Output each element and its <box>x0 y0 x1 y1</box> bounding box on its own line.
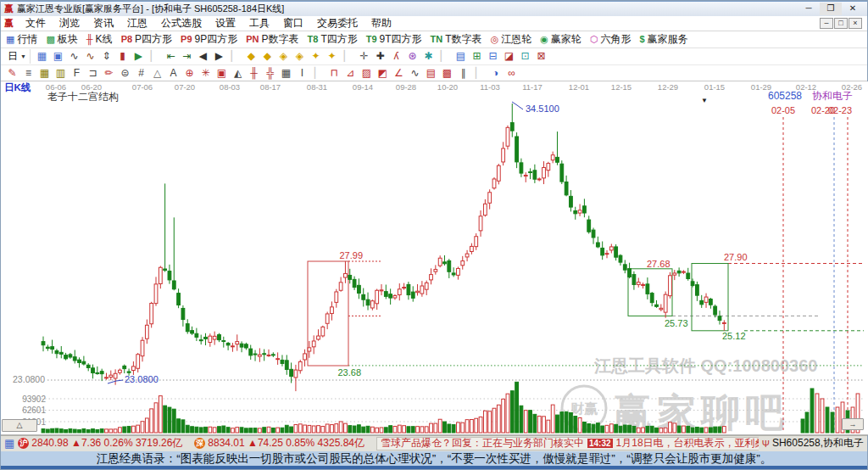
chart-toolbar-icon[interactable]: ⊛ <box>404 48 420 64</box>
mdi-restore-button[interactable]: □ <box>834 18 848 29</box>
drawing-toolbar-icon[interactable]: F <box>69 65 85 81</box>
chart-toolbar-icon[interactable]: ▏ <box>227 48 243 64</box>
feature-toolbar-button[interactable]: P8 P四方形 <box>121 32 172 47</box>
drawing-toolbar-icon[interactable]: ▣ <box>214 65 230 81</box>
drawing-toolbar-icon[interactable]: ▨ <box>359 65 375 81</box>
chart-toolbar-icon[interactable]: ✚ <box>372 48 388 64</box>
chart-toolbar-icon[interactable]: ⇤ <box>163 48 179 64</box>
menu-item[interactable]: 资讯 <box>86 16 120 31</box>
menu-item[interactable]: 帮助 <box>364 16 398 31</box>
chart-toolbar-icon[interactable]: ▣ <box>50 48 66 64</box>
drawing-toolbar-icon[interactable]: ≡ <box>20 65 36 81</box>
chart-toolbar-icon[interactable]: ✱ <box>420 48 437 64</box>
drawing-toolbar-icon[interactable]: ∿ <box>407 65 423 81</box>
drawing-toolbar-icon[interactable]: ╬ <box>262 65 278 81</box>
feature-toolbar-button[interactable]: TN T数字表 <box>431 32 482 47</box>
chart-toolbar-icon[interactable]: ▏ <box>147 48 163 64</box>
menu-item[interactable]: 设置 <box>209 16 242 31</box>
drawing-toolbar-icon[interactable]: ✳ <box>198 65 214 81</box>
feature-toolbar-button[interactable]: ▦ 行情 <box>6 32 37 47</box>
feature-toolbar-button[interactable]: P9 9P四方形 <box>181 32 237 47</box>
chart-toolbar-icon[interactable]: ▤ <box>453 48 469 64</box>
drawing-toolbar-icon[interactable]: ∞ <box>504 65 520 81</box>
chart-toolbar-icon[interactable]: ▶ <box>131 48 147 64</box>
drawing-toolbar-icon[interactable]: ⊕ <box>181 65 198 81</box>
chart-toolbar-icon[interactable]: ◈ <box>275 48 292 64</box>
drawing-toolbar-icon[interactable]: ▦ <box>278 65 294 81</box>
kline-chart[interactable]: 06-0606-2007-0607-2008-0308-1708-3109-14… <box>1 81 868 435</box>
feature-toolbar-button[interactable]: T9 9T四方形 <box>366 32 422 47</box>
chart-toolbar-icon[interactable]: ✛ <box>356 48 372 64</box>
chart-toolbar-icon[interactable]: ✦ <box>308 48 324 64</box>
chart-toolbar-icon[interactable]: ⊞ <box>469 48 485 64</box>
chart-toolbar-icon[interactable]: ◆ <box>243 48 259 64</box>
drawing-toolbar-icon[interactable]: ✏ <box>101 65 117 81</box>
feature-toolbar-button[interactable]: ◎ 江恩轮 <box>491 32 532 47</box>
chart-toolbar-icon[interactable]: ▏ <box>340 48 356 64</box>
feature-toolbar-button[interactable]: ◉ 赢家轮 <box>540 32 581 47</box>
chart-toolbar-icon[interactable]: ⇕ <box>98 48 114 64</box>
chart-toolbar-icon[interactable]: ∿ <box>66 48 82 64</box>
restore-button[interactable]: ❐ <box>820 3 842 15</box>
chart-toolbar-icon[interactable]: ◪ <box>501 48 517 64</box>
feature-toolbar-button[interactable]: ╫ K线 <box>86 32 113 47</box>
drawing-toolbar-icon[interactable]: ⊐ <box>85 65 101 81</box>
feature-toolbar-button[interactable]: T8 T四方形 <box>308 32 358 47</box>
chart-toolbar-icon[interactable]: ◀ <box>195 48 211 64</box>
chart-toolbar-icon[interactable]: ▏ <box>437 48 453 64</box>
news-ticker[interactable]: 雪球产品爆仓？回复：正在与业务部门核实中 14:32 1月18日电，台积电表示，… <box>376 437 759 450</box>
chart-toolbar-icon[interactable]: ⊠ <box>533 48 549 64</box>
chart-toolbar-icon[interactable]: ⊡ <box>517 48 533 64</box>
chart-toolbar-icon[interactable]: ⇥ <box>179 48 195 64</box>
feature-toolbar-button[interactable]: ⬡ 六角形 <box>590 32 632 47</box>
chart-toolbar-icon[interactable]: ʎ <box>388 48 404 64</box>
mdi-close-button[interactable]: × <box>849 18 862 29</box>
drawing-toolbar-icon[interactable]: # <box>133 65 149 81</box>
drawing-toolbar-icon[interactable]: ∠ <box>391 65 407 81</box>
chart-toolbar-icon[interactable]: ⊟ <box>485 48 501 64</box>
menu-item[interactable]: 浏览 <box>53 16 86 31</box>
drawing-toolbar-icon[interactable]: ▥ <box>53 65 69 81</box>
period-selector[interactable]: 日 ▼ <box>4 49 31 64</box>
drawing-toolbar-icon[interactable]: ◑ <box>487 65 504 81</box>
drawing-toolbar-icon[interactable]: ▏ <box>310 65 326 81</box>
minimize-button[interactable]: ─ <box>798 3 820 15</box>
drawing-toolbar-icon[interactable]: ╫ <box>246 65 262 81</box>
drawing-toolbar-icon[interactable]: ▦ <box>36 65 53 81</box>
drawing-toolbar-icon[interactable]: ∥ <box>455 65 471 81</box>
index-quote[interactable]: 沪 2840.98 ▲7.36 0.26% 3719.26亿 <box>18 436 182 450</box>
menu-item[interactable]: 江恩 <box>120 16 154 31</box>
menu-item[interactable]: 文件 <box>19 16 53 31</box>
feature-toolbar-button[interactable]: PN P数字表 <box>246 32 298 47</box>
drawing-toolbar-icon[interactable]: ◩ <box>375 65 391 81</box>
mdi-minimize-button[interactable]: – <box>820 18 833 29</box>
drawing-toolbar-icon[interactable]: ▩ <box>439 65 455 81</box>
market-grid-icon[interactable]: ▦ <box>4 437 14 450</box>
chart-toolbar-icon[interactable]: ◈ <box>292 48 308 64</box>
drawing-toolbar-icon[interactable]: ▤ <box>423 65 439 81</box>
drawing-toolbar-icon[interactable]: △ <box>149 65 165 81</box>
drawing-toolbar-icon[interactable]: ⊜ <box>117 65 133 81</box>
drawing-toolbar-icon[interactable]: I <box>294 65 310 81</box>
chart-toolbar-icon[interactable]: ∿ <box>82 48 98 64</box>
close-button[interactable]: ✕ <box>842 3 864 15</box>
chart-toolbar-icon[interactable]: ✦ <box>324 48 340 64</box>
drawing-toolbar-icon[interactable]: ⊓ <box>326 65 342 81</box>
drawing-toolbar-icon[interactable]: ◭ <box>230 65 246 81</box>
chart-toolbar-icon[interactable]: ▶ <box>211 48 227 64</box>
menu-item[interactable]: 工具 <box>242 16 276 31</box>
menu-item[interactable]: 公式选股 <box>154 16 209 31</box>
chart-toolbar-icon[interactable]: ◆ <box>259 48 275 64</box>
scroll-left-button[interactable]: △ <box>2 419 37 432</box>
chart-toolbar-icon[interactable]: ▮ <box>114 48 131 64</box>
feature-toolbar-button[interactable]: $ 赢家服务 <box>639 32 687 47</box>
menu-item[interactable]: 交易委托 <box>310 16 364 31</box>
scroll-right-button[interactable]: → <box>842 418 864 430</box>
feature-toolbar-button[interactable]: ▩ 板块 <box>46 32 77 47</box>
drawing-toolbar-icon[interactable]: ▏ <box>471 65 487 81</box>
drawing-toolbar-icon[interactable]: A <box>165 65 181 81</box>
chart-toolbar-icon[interactable]: ▦ <box>34 48 50 64</box>
drawing-toolbar-icon[interactable]: ✎ <box>4 65 20 81</box>
drawing-toolbar-icon[interactable]: ⊿ <box>342 65 359 81</box>
index-quote[interactable]: 深 8834.01 ▲74.25 0.85% 4325.84亿 <box>194 436 364 450</box>
